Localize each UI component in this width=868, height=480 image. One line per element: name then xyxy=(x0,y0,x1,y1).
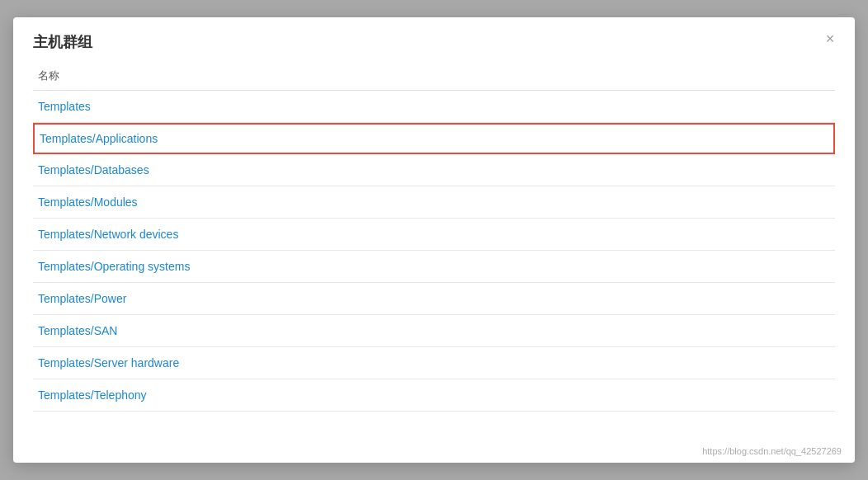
list-item[interactable]: Templates/Modules xyxy=(33,186,835,219)
list-item-link[interactable]: Templates/Power xyxy=(38,292,126,305)
list-item[interactable]: Templates/Server hardware xyxy=(33,347,835,379)
modal-container: 主机群组 × 名称 TemplatesTemplates/Application… xyxy=(13,17,855,463)
list-item-link[interactable]: Templates/Network devices xyxy=(38,228,178,241)
list-item-link[interactable]: Templates/Modules xyxy=(38,195,138,209)
list-item[interactable]: Templates/Network devices xyxy=(33,219,835,251)
modal-header: 主机群组 × xyxy=(13,17,855,62)
list-item[interactable]: Templates/Power xyxy=(33,283,835,315)
list-container: TemplatesTemplates/ApplicationsTemplates… xyxy=(33,91,835,412)
list-item-link[interactable]: Templates/Telephony xyxy=(38,388,147,402)
modal-overlay: 主机群组 × 名称 TemplatesTemplates/Application… xyxy=(0,0,868,480)
list-item-link[interactable]: Templates/Operating systems xyxy=(38,260,190,273)
table-container: 名称 TemplatesTemplates/ApplicationsTempla… xyxy=(13,62,855,431)
watermark-text: https://blog.csdn.net/qq_42527269 xyxy=(702,446,842,456)
list-item[interactable]: Templates/SAN xyxy=(33,315,835,347)
list-item-link[interactable]: Templates/Databases xyxy=(38,163,149,176)
list-item[interactable]: Templates xyxy=(33,91,835,123)
list-item[interactable]: Templates/Databases xyxy=(33,154,835,186)
list-item-link[interactable]: Templates/Applications xyxy=(40,132,158,145)
list-item[interactable]: Templates/Telephony xyxy=(33,379,835,412)
list-item-link[interactable]: Templates xyxy=(38,100,91,113)
list-item-link[interactable]: Templates/SAN xyxy=(38,324,117,337)
close-button[interactable]: × xyxy=(822,31,838,47)
modal-title: 主机群组 xyxy=(33,32,92,52)
column-header: 名称 xyxy=(33,62,835,91)
list-item[interactable]: Templates/Applications xyxy=(33,123,835,154)
list-item[interactable]: Templates/Operating systems xyxy=(33,251,835,283)
list-item-link[interactable]: Templates/Server hardware xyxy=(38,356,179,369)
